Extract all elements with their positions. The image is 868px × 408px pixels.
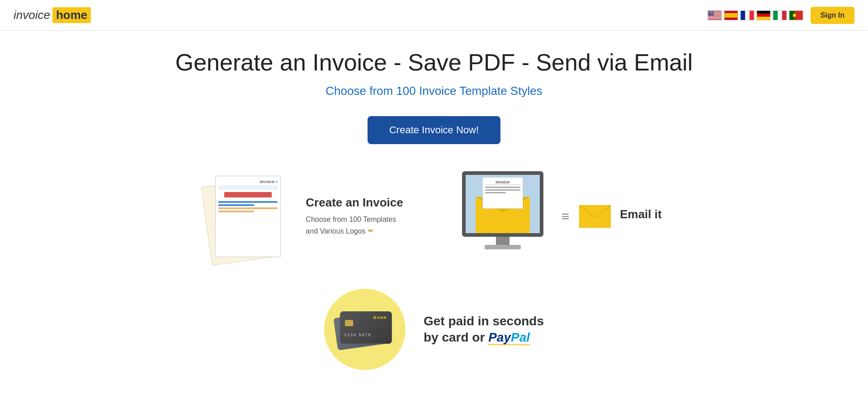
monitor-line-3 [485,192,506,193]
monitor-illustration: Invoice [458,171,548,262]
svg-rect-31 [773,11,778,20]
main-content: Generate an Invoice - Save PDF - Send vi… [0,31,868,397]
create-invoice-button[interactable]: Create Invoice Now! [368,116,500,144]
monitor-invoice-paper: Invoice [482,177,523,209]
svg-rect-23 [724,13,737,18]
logo-home-text: home [52,7,91,23]
svg-point-35 [793,14,796,17]
bank-card-label: BANK [373,315,387,320]
flag-fr-icon[interactable] [740,10,755,20]
flag-group: ★★★★★ ★★★★ ★★★★★ [708,10,803,20]
payment-text: Get paid in seconds by card or PayPal [424,313,544,346]
bank-card-chip [345,320,353,326]
feather-icon: ✒ [368,226,374,235]
invoice-paper-front: INVOICE ≡ [215,176,281,257]
svg-rect-27 [757,11,770,14]
monitor-base [485,245,521,249]
feature-create-text: Create an Invoice Choose from 100 Templa… [306,196,403,237]
flag-pt-icon[interactable] [789,10,803,20]
svg-rect-4 [708,15,721,16]
monitor-neck [496,237,509,245]
flag-it-icon[interactable] [773,10,787,20]
hero-title: Generate an Invoice - Save PDF - Send vi… [9,49,859,76]
feature-email-title: Email it [620,207,661,221]
invoice-line-1 [218,201,278,203]
feature-email-text: Email it [620,207,661,226]
flag-es-icon[interactable] [724,10,738,20]
logo[interactable]: invoice home [14,7,91,23]
email-arrow-icon: ≡ [561,209,570,224]
invoice-line-4 [218,211,254,212]
monitor-line-2 [485,189,520,191]
email-arrow-group: ≡ [557,205,611,228]
svg-rect-6 [708,18,721,19]
feature-create-desc: Choose from 100 Templates and Various Lo… [306,214,403,237]
svg-rect-26 [750,11,754,20]
bank-card-front: BANK 1234 5678 [340,311,392,344]
paypal-underline: PayPal [488,330,530,345]
svg-rect-25 [741,11,745,20]
logo-invoice-text: invoice [14,8,50,22]
header-right: ★★★★★ ★★★★ ★★★★★ [708,7,854,24]
payment-row: BANK 1234 5678 Get paid in seconds by ca… [9,289,859,370]
svg-rect-5 [708,17,721,18]
monitor-line-1 [485,187,520,188]
invoice-header-bar [218,185,278,190]
hero-subtitle: Choose from 100 Invoice Template Styles [9,84,859,98]
feature-email: Invoice ≡ [458,171,662,262]
features-row: INVOICE ≡ Create an Invoice Choose from … [9,171,859,262]
payment-circle-illustration: BANK 1234 5678 [324,289,406,370]
invoice-paper-title: INVOICE ≡ [218,180,278,184]
card-stack: BANK 1234 5678 [335,309,394,350]
payment-title: Get paid in seconds by card or PayPal [424,313,544,346]
invoice-line-3 [218,207,278,209]
svg-text:★: ★ [712,13,713,15]
monitor-invoice-title: Invoice [485,180,520,185]
flag-us-icon[interactable]: ★★★★★ ★★★★ ★★★★★ [708,10,722,20]
sign-in-button[interactable]: Sign In [811,7,854,24]
svg-rect-29 [757,17,770,20]
svg-rect-28 [757,14,770,17]
invoice-line-2 [218,204,254,206]
header: invoice home ★★★★★ ★★★★ ★★★★★ [0,0,868,31]
email-envelope-icon [579,205,611,228]
invoice-red-block [224,192,272,197]
invoice-stack-illustration: INVOICE ≡ [206,171,292,262]
paypal-text: PayPal [488,330,530,344]
feature-create: INVOICE ≡ Create an Invoice Choose from … [206,171,403,262]
bank-card-number: 1234 5678 [344,333,372,337]
svg-rect-32 [782,11,787,20]
flag-de-icon[interactable] [756,10,771,20]
feature-create-title: Create an Invoice [306,196,403,210]
monitor-screen: Invoice [462,171,543,237]
